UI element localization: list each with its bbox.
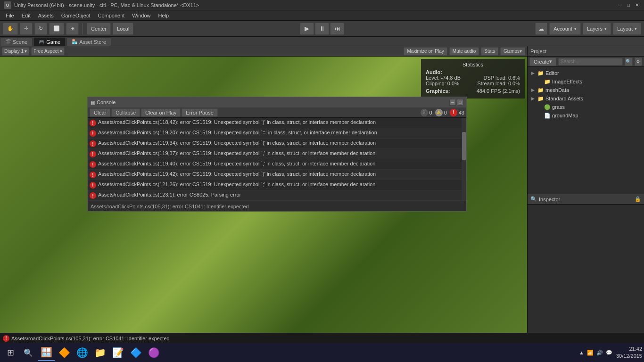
rect-tool-button[interactable]: ⬜ [49, 23, 64, 35]
aspect-select[interactable]: Free Aspect ▾ [31, 47, 64, 56]
taskbar-app-3[interactable]: 📁 [91, 344, 108, 361]
center-button[interactable]: Center [87, 23, 111, 35]
maximize-on-play-button[interactable]: Maximize on Play [404, 47, 447, 56]
entry-text: Assets/roadClickPoints.cs(119,42): error… [98, 171, 459, 178]
create-arrow-icon: ▾ [549, 58, 552, 65]
console-entry[interactable]: !Assets/roadClickPoints.cs(119,34): erro… [88, 139, 462, 149]
start-button[interactable]: ⊞ [2, 344, 19, 361]
error-entry-icon: ! [90, 182, 96, 189]
tree-item-groundmap[interactable]: 📄 groundMap [528, 111, 644, 120]
taskbar-app-4[interactable]: 📝 [109, 344, 126, 361]
console-scrollbar[interactable] [462, 118, 466, 201]
console-info-filter[interactable]: i 0 [421, 109, 432, 116]
menu-component[interactable]: Component [94, 10, 128, 20]
taskbar-app-2[interactable]: 🌐 [74, 344, 91, 361]
project-search-icon[interactable]: 🔍 [625, 58, 632, 66]
taskbar-app-5[interactable]: 🔷 [127, 344, 144, 361]
console-error-pause-button[interactable]: Error Pause [182, 108, 218, 117]
layout-dropdown[interactable]: Layout [613, 23, 641, 35]
console-scroll-thumb[interactable] [462, 132, 466, 160]
asset-store-tab-label: Asset Store [79, 39, 106, 45]
taskbar-app-1[interactable]: 🔶 [56, 344, 73, 361]
tree-item-standard-assets[interactable]: ▶ 📁 Standard Assets [528, 94, 644, 103]
search-button[interactable]: 🔍 [20, 344, 37, 361]
tree-item-grass[interactable]: 🟢 grass [528, 103, 644, 111]
grass-icon: 🟢 [544, 104, 551, 110]
meshdata-folder-icon: 📁 [537, 87, 544, 93]
console-entry[interactable]: !Assets/roadClickPoints.cs(119,37): erro… [88, 149, 462, 159]
console-clear-on-play-button[interactable]: Clear on Play [141, 108, 181, 117]
transform-tool-button[interactable]: ⊞ [66, 23, 79, 35]
create-button[interactable]: Create ▾ [529, 58, 556, 66]
console-warn-filter[interactable]: ⚠ 0 [435, 109, 447, 116]
toolbar-separator [83, 23, 83, 34]
inspector-lock-icon[interactable]: 🔒 [635, 196, 641, 202]
asset-store-tab-icon: 🏪 [72, 39, 77, 44]
console-title-bar[interactable]: ▦ Console ─ □ [88, 97, 466, 107]
console-collapse-button[interactable]: Collapse [111, 108, 140, 117]
gizmos-label: Gizmos [504, 49, 520, 54]
entry-text: Assets/roadClickPoints.cs(119,37): error… [98, 150, 459, 157]
stats-stream: Stream load: 0.0% [478, 81, 520, 86]
clock-time: 21:42 [616, 346, 642, 353]
tree-item-imageeffects[interactable]: 📁 ImageEffects [528, 77, 644, 86]
gizmos-button[interactable]: Gizmos ▾ [500, 47, 525, 56]
entry-text: Assets/roadClickPoints.cs(121,26): error… [98, 181, 459, 188]
console-entry[interactable]: !Assets/roadClickPoints.cs(119,20): erro… [88, 128, 462, 139]
maximize-button[interactable]: □ [625, 2, 632, 8]
taskbar-clock[interactable]: 21:42 30/12/2015 [616, 346, 642, 360]
console-entry[interactable]: !Assets/roadClickPoints.cs(118,42): erro… [88, 118, 462, 128]
menu-edit[interactable]: Edit [18, 10, 34, 20]
menu-gameobject[interactable]: GameObject [58, 10, 94, 20]
pause-button[interactable]: ⏸ [315, 23, 329, 35]
project-search-input[interactable] [558, 58, 623, 66]
scene-tab-label: Scene [13, 39, 27, 45]
local-button[interactable]: Local [113, 23, 133, 35]
play-button[interactable]: ▶ [300, 23, 314, 35]
hand-tool-button[interactable]: ✋ [3, 23, 18, 35]
display-select[interactable]: Display 1 ▾ [2, 47, 29, 56]
tab-asset-store[interactable]: 🏪 Asset Store [66, 37, 111, 46]
step-button[interactable]: ⏭ [330, 23, 344, 35]
grass-arrow-icon [538, 105, 543, 109]
console-entry[interactable]: !Assets/roadClickPoints.cs(119,40): erro… [88, 159, 462, 170]
audio-label: Audio: [426, 69, 520, 75]
stats-button[interactable]: Stats [481, 47, 498, 56]
tab-scene[interactable]: 🎬 Scene [0, 37, 33, 46]
standard-assets-arrow-icon: ▶ [531, 96, 536, 101]
menu-help[interactable]: Help [154, 10, 173, 20]
tree-item-meshdata[interactable]: ▶ 📁 meshData [528, 86, 644, 94]
console-clear-button[interactable]: Clear [90, 108, 110, 117]
close-button[interactable]: ✕ [634, 2, 640, 8]
console-entry[interactable]: !Assets/roadClickPoints.cs(123,1): error… [88, 190, 462, 201]
console-entry[interactable]: !Assets/roadClickPoints.cs(121,26): erro… [88, 180, 462, 190]
move-tool-button[interactable]: ✛ [20, 23, 33, 35]
tab-game[interactable]: 🎮 Game [33, 37, 66, 46]
warn-count: 0 [444, 110, 447, 115]
console-minimize-button[interactable]: ─ [449, 99, 456, 106]
menu-file[interactable]: File [2, 10, 18, 20]
tray-icon-1: ▲ [579, 350, 584, 355]
console-maximize-button[interactable]: □ [457, 99, 463, 106]
account-dropdown[interactable]: Account [549, 23, 581, 35]
menu-bar: File Edit Assets GameObject Component Wi… [0, 10, 644, 21]
layers-dropdown[interactable]: Layers [583, 23, 611, 35]
minimize-button[interactable]: ─ [617, 2, 623, 8]
stats-graphics-row: Graphics: 484.0 FPS (2.1ms) [426, 88, 520, 94]
console-entry[interactable]: !Assets/roadClickPoints.cs(119,42): erro… [88, 170, 462, 180]
local-label: Local [117, 26, 129, 32]
console-list[interactable]: !Assets/roadClickPoints.cs(118,42): erro… [88, 118, 462, 201]
mute-audio-button[interactable]: Mute audio [449, 47, 479, 56]
unity-logo: U [4, 1, 11, 9]
console-error-filter[interactable]: ! 43 [450, 109, 464, 116]
tree-item-editor[interactable]: ▶ 📁 Editor [528, 69, 644, 77]
project-options-icon[interactable]: ⚙ [635, 58, 642, 66]
menu-assets[interactable]: Assets [34, 10, 58, 20]
refresh-button[interactable]: ↻ [34, 23, 47, 35]
aspect-arrow-icon: ▾ [60, 49, 62, 54]
clock-date: 30/12/2015 [616, 353, 642, 360]
cloud-button[interactable]: ☁ [535, 23, 547, 35]
taskbar-app-6[interactable]: 🟣 [145, 344, 162, 361]
taskbar-unity-app[interactable]: 🪟 [38, 344, 55, 361]
menu-window[interactable]: Window [128, 10, 154, 20]
